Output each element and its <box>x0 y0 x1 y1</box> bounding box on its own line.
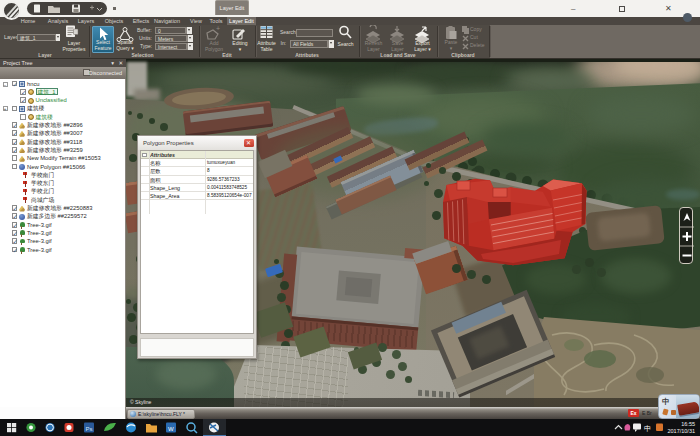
svg-text:Ps: Ps <box>86 426 93 432</box>
svg-text:+: + <box>216 25 220 32</box>
svg-text:W: W <box>168 426 174 432</box>
svg-text:中: 中 <box>644 425 651 432</box>
